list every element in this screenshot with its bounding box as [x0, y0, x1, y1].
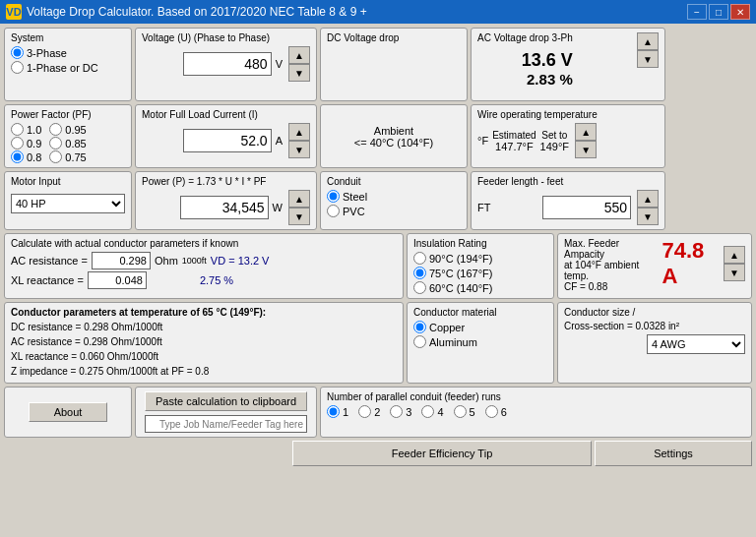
- parallel-4-option[interactable]: 4: [421, 405, 443, 418]
- feeder-length-input[interactable]: [542, 196, 631, 219]
- pf-panel: Power Factor (PF) 1.0 0.9 0.8 0.95 0.85 …: [4, 104, 132, 168]
- cond-material-label: Conductor material: [413, 307, 547, 318]
- ac-drop-left: AC Voltage drop 3-Ph 13.6 V 2.83 %: [477, 32, 573, 88]
- parallel-1-option[interactable]: 1: [327, 405, 348, 418]
- calc-panel: Calculate with actual conductor paramete…: [4, 233, 404, 299]
- feeder-length-row: FT ▲ ▼: [477, 190, 659, 225]
- cond-aluminum-option[interactable]: Aluminum: [413, 335, 547, 348]
- pf-085-option[interactable]: 0.85: [49, 137, 86, 149]
- close-button[interactable]: ✕: [730, 4, 750, 20]
- about-button[interactable]: About: [29, 402, 107, 422]
- ac-resistance-unit2: 1000ft: [182, 256, 207, 266]
- feeder-length-down-btn[interactable]: ▼: [637, 208, 659, 225]
- ac-drop-down-btn[interactable]: ▼: [637, 50, 659, 68]
- xl-reactance-input[interactable]: [88, 271, 147, 289]
- xl-reactance-row: XL reactance = 2.75 %: [11, 271, 397, 289]
- vd-value: VD = 13.2 V: [211, 255, 270, 267]
- conduit-pvc-option[interactable]: PVC: [327, 205, 461, 217]
- row-4: Calculate with actual conductor paramete…: [4, 233, 752, 299]
- motor-select[interactable]: 40 HP: [11, 194, 125, 213]
- system-1phase-radio[interactable]: [11, 61, 24, 74]
- ampacity-right: 74.8 A ▲ ▼: [662, 238, 745, 289]
- pf-radio-cols: 1.0 0.9 0.8 0.95 0.85 0.75: [11, 123, 125, 163]
- parallel-2-option[interactable]: 2: [358, 405, 380, 418]
- current-panel: Motor Full Load Current (I) A ▲ ▼: [135, 104, 317, 168]
- pf-075-option[interactable]: 0.75: [49, 150, 86, 163]
- cond-size-label: Conductor size /: [564, 307, 745, 318]
- cond-size-select[interactable]: 4 AWG 2 AWG 1 AWG 1/0 AWG 2/0 AWG 3/0 AW…: [647, 334, 745, 354]
- insulation-75c-option[interactable]: 75°C (167°F): [413, 267, 547, 279]
- wire-temp-spinner: ▲ ▼: [575, 123, 597, 158]
- app-title: Voltage Drop Calculator. Based on 2017/2…: [27, 5, 367, 19]
- system-3phase-radio[interactable]: [11, 46, 24, 59]
- settings-button[interactable]: Settings: [595, 441, 752, 466]
- ampacity-panel: Max. Feeder Ampacity at 104°F ambient te…: [557, 233, 752, 299]
- main-content: System 3-Phase 1-Phase or DC Voltage (U)…: [0, 24, 756, 537]
- current-up-btn[interactable]: ▲: [288, 123, 310, 141]
- power-up-btn[interactable]: ▲: [288, 190, 310, 208]
- conduit-steel-option[interactable]: Steel: [327, 190, 461, 203]
- voltage-down-btn[interactable]: ▼: [288, 64, 310, 82]
- voltage-up-btn[interactable]: ▲: [288, 46, 310, 64]
- wire-temp-row: °F Estimated 147.7°F Set to 149°F ▲ ▼: [477, 123, 659, 158]
- voltage-label: Voltage (U) (Phase to Phase): [142, 32, 310, 43]
- ambient-content: Ambient <= 40°C (104°F): [354, 125, 433, 149]
- pf-10-option[interactable]: 1.0: [11, 123, 41, 136]
- row-1: System 3-Phase 1-Phase or DC Voltage (U)…: [4, 28, 752, 101]
- voltage-unit: V: [276, 58, 283, 70]
- minimize-button[interactable]: −: [687, 4, 707, 20]
- pf-08-option[interactable]: 0.8: [11, 150, 41, 163]
- dc-drop-label: DC Voltage drop: [327, 32, 461, 43]
- ampacity-up-btn[interactable]: ▲: [724, 246, 745, 264]
- pf-09-option[interactable]: 0.9: [11, 137, 41, 149]
- current-spinner: ▲ ▼: [288, 123, 310, 158]
- system-1phase-label: 1-Phase or DC: [27, 62, 98, 74]
- power-input[interactable]: [180, 196, 269, 219]
- voltage-input[interactable]: [183, 52, 272, 76]
- spacer: [4, 441, 289, 466]
- setto-value: 149°F: [540, 141, 569, 152]
- voltage-input-row: V ▲ ▼: [142, 46, 310, 82]
- ac-resistance-input[interactable]: [92, 252, 151, 269]
- job-name-input[interactable]: [145, 415, 307, 433]
- cond-copper-option[interactable]: Copper: [413, 321, 547, 333]
- cond-param-line4: Z impedance = 0.275 Ohm/1000ft at PF = 0…: [11, 364, 397, 379]
- conduit-steel-label: Steel: [343, 191, 367, 203]
- parallel-6-option[interactable]: 6: [485, 405, 507, 418]
- about-panel: About: [4, 387, 132, 438]
- insulation-90c-option[interactable]: 90°C (194°F): [413, 252, 547, 265]
- conduit-steel-radio[interactable]: [327, 190, 340, 203]
- ambient-panel: Ambient <= 40°C (104°F): [320, 104, 468, 168]
- ac-drop-value1: 13.6 V: [477, 46, 573, 71]
- cond-material-radio-group: Copper Aluminum: [413, 321, 547, 348]
- system-3phase-label: 3-Phase: [27, 47, 67, 59]
- insulation-60c-option[interactable]: 60°C (140°F): [413, 281, 547, 294]
- wire-temp-down-btn[interactable]: ▼: [575, 141, 597, 158]
- pf-095-option[interactable]: 0.95: [49, 123, 86, 136]
- system-1phase-option[interactable]: 1-Phase or DC: [11, 61, 125, 74]
- ambient-line1: Ambient: [354, 125, 433, 137]
- power-label: Power (P) = 1.73 * U * I * PF: [142, 176, 310, 187]
- ampacity-down-btn[interactable]: ▼: [724, 264, 745, 281]
- wire-temp-up-btn[interactable]: ▲: [575, 123, 597, 141]
- maximize-button[interactable]: □: [709, 4, 728, 20]
- current-input[interactable]: [183, 129, 272, 152]
- conduit-panel: Conduit Steel PVC: [320, 171, 468, 230]
- system-3phase-option[interactable]: 3-Phase: [11, 46, 125, 59]
- conduit-pvc-radio[interactable]: [327, 205, 340, 217]
- feeder-length-unit-label: FT: [477, 202, 490, 213]
- ampacity-label1: Max. Feeder Ampacity: [564, 238, 659, 260]
- percent-value: 2.75 %: [200, 274, 233, 286]
- ac-drop-spinner: ▲ ▼: [637, 32, 659, 68]
- parallel-3-option[interactable]: 3: [390, 405, 411, 418]
- feeder-tip-button[interactable]: Feeder Efficiency Tip: [292, 441, 592, 466]
- ac-resistance-row: AC resistance = Ohm 1000ft VD = 13.2 V: [11, 252, 397, 269]
- feeder-length-up-btn[interactable]: ▲: [637, 190, 659, 208]
- ac-drop-up-btn[interactable]: ▲: [637, 32, 659, 50]
- current-down-btn[interactable]: ▼: [288, 141, 310, 158]
- cond-size-row: 4 AWG 2 AWG 1 AWG 1/0 AWG 2/0 AWG 3/0 AW…: [564, 334, 745, 354]
- power-down-btn[interactable]: ▼: [288, 208, 310, 225]
- paste-button[interactable]: Paste calculation to clipboard: [145, 391, 307, 411]
- paste-panel: Paste calculation to clipboard: [135, 387, 317, 438]
- parallel-5-option[interactable]: 5: [454, 405, 475, 418]
